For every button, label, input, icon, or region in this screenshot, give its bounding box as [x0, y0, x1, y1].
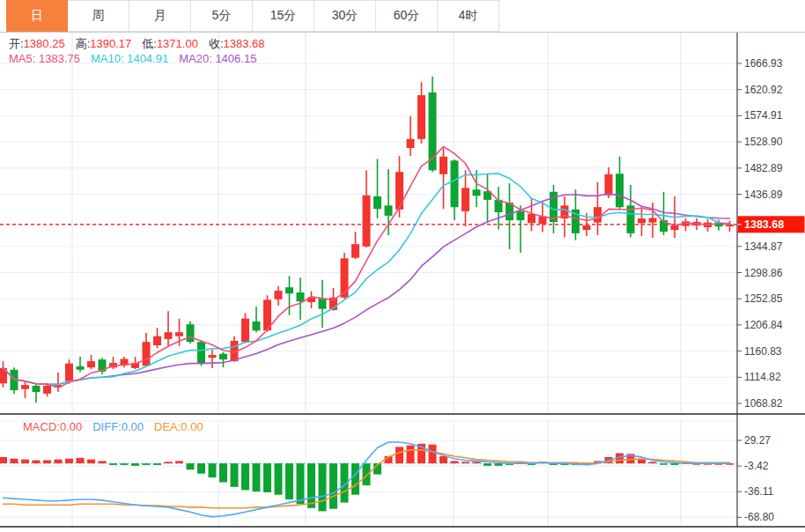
svg-text:1574.91: 1574.91 — [744, 109, 783, 122]
macd-label: MACD: — [23, 420, 60, 433]
ma-readout: MA5: 1383.75 MA10: 1404.91 MA20: 1406.15 — [9, 52, 267, 66]
dea-label: DEA: — [154, 420, 181, 433]
svg-text:1252.85: 1252.85 — [744, 292, 783, 305]
svg-text:1160.83: 1160.83 — [744, 345, 782, 358]
svg-text:1298.86: 1298.86 — [744, 267, 783, 279]
svg-text:-3.42: -3.42 — [744, 460, 769, 472]
high-label: 高: — [76, 37, 91, 50]
open-value: 1380.25 — [24, 37, 65, 50]
svg-text:1528.90: 1528.90 — [744, 136, 783, 148]
close-label: 收: — [209, 37, 224, 50]
ma20-label: MA20: — [179, 52, 212, 65]
macd-readout: MACD:0.00 DIFF:0.00 DEA:0.00 — [23, 420, 214, 434]
svg-text:1068.82: 1068.82 — [744, 397, 783, 410]
current-price-badge: 1383.68 — [737, 216, 805, 233]
main-grid — [0, 33, 737, 527]
candlestick-macd-chart[interactable]: 1666.931620.921574.911528.901482.891436.… — [0, 0, 805, 532]
svg-text:-68.80: -68.80 — [744, 511, 774, 523]
ma10-value: 1404.91 — [127, 52, 168, 65]
open-label: 开: — [9, 37, 24, 50]
dea-value: 0.00 — [181, 420, 203, 433]
diff-value: 0.00 — [122, 420, 144, 433]
macd-axis: 29.27-3.42-36.11-68.80 — [737, 434, 774, 523]
svg-text:1666.93: 1666.93 — [744, 57, 783, 70]
price-axis: 1666.931620.921574.911528.901482.891436.… — [737, 57, 783, 410]
diff-label: DIFF: — [92, 420, 122, 433]
svg-text:1620.92: 1620.92 — [744, 84, 783, 96]
low-label: 低: — [142, 37, 157, 50]
close-value: 1383.68 — [224, 37, 265, 50]
svg-text:1436.89: 1436.89 — [744, 188, 783, 201]
ma5-label: MA5: — [9, 52, 35, 65]
ma10-label: MA10: — [91, 52, 124, 65]
high-value: 1390.17 — [90, 37, 131, 50]
ohlc-readout: 开:1380.25 高:1390.17 低:1371.00 收:1383.68 — [9, 37, 276, 51]
low-value: 1371.00 — [157, 37, 198, 50]
svg-text:1344.87: 1344.87 — [744, 240, 783, 253]
svg-text:1383.68: 1383.68 — [744, 218, 784, 231]
ma5-value: 1383.75 — [39, 52, 80, 65]
svg-text:1206.84: 1206.84 — [744, 319, 783, 331]
svg-text:-36.11: -36.11 — [744, 485, 773, 498]
ma20-value: 1406.15 — [215, 52, 256, 65]
svg-text:1482.89: 1482.89 — [744, 162, 783, 174]
svg-text:29.27: 29.27 — [744, 434, 771, 447]
candles-layer — [0, 77, 734, 403]
macd-value: 0.00 — [60, 420, 82, 433]
kline-chart-app: 日 周 月 5分 15分 30分 60分 4时 1666.931620.9215… — [0, 0, 805, 532]
svg-text:1114.82: 1114.82 — [744, 371, 781, 383]
